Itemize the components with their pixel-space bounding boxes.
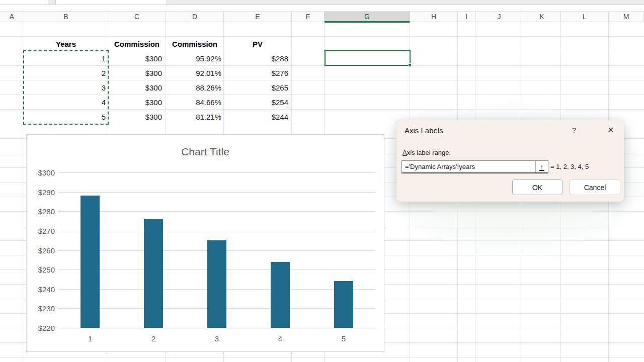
cell-D3[interactable]: 95.92% [156,51,221,66]
column-header-D[interactable]: D [166,12,224,23]
cell-B2[interactable]: Years [31,37,101,51]
column-header-F[interactable]: F [292,12,325,23]
x-axis-label: 4 [278,334,282,343]
range-input-group: ↑ [401,160,548,173]
chart-title: Chart Title [27,146,384,158]
column-header-K[interactable]: K [523,12,561,23]
column-header-G[interactable]: G [325,12,410,23]
fill-handle[interactable] [408,63,412,67]
y-axis-label: $250 [29,265,55,274]
grid-line [24,22,24,362]
column-header-H[interactable]: H [410,12,458,23]
cell-C5[interactable]: $300 [97,80,162,95]
cell-D5[interactable]: 88.26% [156,80,221,95]
axis-label-range-label: Axis label range: [403,149,451,156]
help-icon[interactable]: ? [570,126,579,134]
chart-bar-4 [271,262,290,328]
cell-C6[interactable]: $300 [97,95,162,110]
name-box-remnant [0,0,48,5]
chart-bar-5 [334,281,353,328]
cell-B4[interactable]: 2 [40,66,106,80]
close-icon[interactable]: ✕ [606,125,616,135]
chart-gridline [58,328,375,328]
y-axis-label: $280 [29,207,55,216]
chart-bar-2 [144,219,163,328]
chart-bar-1 [80,196,100,328]
column-header-B[interactable]: B [24,12,108,23]
x-axis-label: 3 [215,334,219,343]
cell-C3[interactable]: $300 [97,51,162,66]
column-header-E[interactable]: E [224,12,292,23]
y-axis-label: $290 [29,188,55,196]
y-axis-label: $300 [29,168,55,177]
y-axis-label: $220 [29,324,55,332]
column-header-C[interactable]: C [108,12,166,23]
x-axis-label: 2 [151,334,155,343]
y-axis-label: $230 [29,304,55,313]
cell-D4[interactable]: 92.01% [156,66,221,80]
cell-C7[interactable]: $300 [97,110,162,124]
cell-B6[interactable]: 4 [40,95,106,110]
ok-button[interactable]: OK [512,179,562,195]
y-axis-label: $240 [29,285,55,293]
cell-E6[interactable]: $254 [223,95,288,110]
chart-gridline [58,192,375,193]
cell-B7[interactable]: 5 [40,110,106,124]
cell-D6[interactable]: 84.66% [156,95,221,110]
column-header-J[interactable]: J [475,12,523,23]
x-axis-label: 1 [88,334,92,343]
cell-E2[interactable]: PV [222,37,293,51]
cell-E4[interactable]: $276 [223,66,288,80]
cell-D2[interactable]: Commission [159,37,230,51]
cell-C4[interactable]: $300 [97,66,162,80]
chart-bar-3 [207,240,226,328]
x-axis-label: 5 [342,334,346,343]
cell-E7[interactable]: $244 [223,110,288,124]
chart-gridline [58,211,375,212]
cell-B5[interactable]: 3 [40,80,106,95]
range-preview: = 1, 2, 3, 4, 5 [550,160,589,173]
dialog-title: Axis Labels [405,126,443,135]
column-header-L[interactable]: L [561,12,609,23]
axis-label-range-input[interactable] [402,161,535,172]
cell-E5[interactable]: $265 [223,80,288,95]
cell-B3[interactable]: 1 [40,51,106,66]
column-header-I[interactable]: I [458,12,475,23]
axis-labels-dialog: Axis Labels ? ✕ Axis label range: ↑ = 1,… [396,120,624,202]
column-header-M[interactable]: M [609,12,644,23]
cancel-button[interactable]: Cancel [570,179,620,195]
up-arrow-icon: ↑ [540,163,544,171]
column-header-row: ABCDEFGHIJKLM [0,11,644,22]
chart-gridline [58,231,375,231]
chart-gridline [58,172,375,173]
collapse-dialog-icon[interactable]: ↑ [535,161,548,172]
cell-D7[interactable]: 81.21% [156,110,221,124]
cell-E3[interactable]: $288 [223,51,288,66]
y-axis-label: $260 [29,246,55,254]
formula-bar-remnant [0,0,644,5]
chart[interactable]: Chart Title $220$230$240$250$260$270$280… [26,134,384,352]
y-axis-label: $270 [29,226,55,235]
column-header-A[interactable]: A [0,12,24,23]
selected-cell [325,50,411,66]
formula-input-remnant [55,0,167,5]
